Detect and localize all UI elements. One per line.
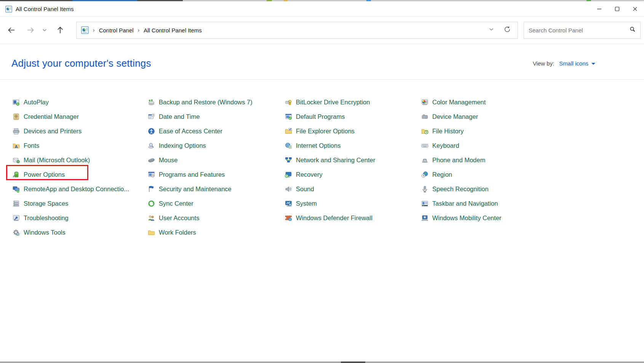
default-programs-icon xyxy=(285,113,292,120)
mail-icon xyxy=(13,157,20,164)
control-panel-item[interactable]: Sync Center xyxy=(148,196,285,211)
control-panel-item[interactable]: File Explorer Options xyxy=(285,124,421,138)
control-panel-item[interactable]: Color Management xyxy=(421,95,585,109)
mouse-icon xyxy=(148,157,155,164)
speech-recognition-icon xyxy=(421,185,428,193)
control-panel-item[interactable]: Devices and Printers xyxy=(13,124,148,138)
control-panel-item-label: Keyboard xyxy=(432,142,459,149)
control-panel-item-label: Power Options xyxy=(24,171,65,178)
address-bar[interactable]: › Control Panel › All Control Panel Item… xyxy=(76,22,518,39)
minimize-button[interactable] xyxy=(590,2,608,16)
breadcrumb-all-control-panel-items[interactable]: All Control Panel Items xyxy=(144,27,202,34)
user-accounts-icon xyxy=(148,214,155,222)
control-panel-item[interactable]: Backup and Restore (Windows 7) xyxy=(148,95,285,109)
credential-manager-icon xyxy=(13,113,20,120)
control-panel-item[interactable]: Region xyxy=(421,167,585,182)
control-panel-item[interactable]: Mail (Microsoft Outlook) xyxy=(13,153,148,167)
control-panel-item[interactable]: Sound xyxy=(285,182,421,196)
control-panel-icon xyxy=(81,26,89,34)
svg-text:A: A xyxy=(14,144,18,149)
control-panel-item[interactable]: Internet Options xyxy=(285,138,421,153)
fonts-icon: A xyxy=(13,142,20,149)
control-panel-item[interactable]: Indexing Options xyxy=(148,138,285,153)
search-icon[interactable] xyxy=(630,26,636,34)
control-panel-item[interactable]: Storage Spaces xyxy=(13,196,148,211)
control-panel-item[interactable]: RemoteApp and Desktop Connectio... xyxy=(13,182,148,196)
view-by-dropdown[interactable]: Small icons xyxy=(559,60,595,67)
forward-icon[interactable] xyxy=(27,26,34,34)
control-panel-item[interactable]: AFonts xyxy=(13,138,148,153)
control-panel-item[interactable]: Keyboard xyxy=(421,138,585,153)
indexing-options-icon xyxy=(148,142,155,149)
control-panel-item[interactable]: Taskbar and Navigation xyxy=(421,196,585,211)
control-panel-item[interactable]: Work Folders xyxy=(148,225,285,240)
control-panel-item[interactable]: Mouse xyxy=(148,153,285,167)
control-panel-item-label: Default Programs xyxy=(296,113,345,120)
control-panel-item[interactable]: Windows Tools xyxy=(13,225,148,240)
background-window-bottom-sliver xyxy=(0,361,644,363)
control-panel-item[interactable]: Windows Defender Firewall xyxy=(285,211,421,225)
window-title: All Control Panel Items xyxy=(16,6,74,12)
control-panel-item[interactable]: Device Manager xyxy=(421,109,585,124)
control-panel-item[interactable]: Troubleshooting xyxy=(13,211,148,225)
control-panel-item-label: Indexing Options xyxy=(159,142,206,149)
control-panel-item[interactable]: AutoPlay xyxy=(13,95,148,109)
control-panel-window: All Control Panel Items xyxy=(0,1,644,361)
view-by-label: View by: xyxy=(533,60,554,67)
control-panel-item-label: Region xyxy=(432,171,452,178)
control-panel-item[interactable]: Network and Sharing Center xyxy=(285,153,421,167)
header-bar: Adjust your computer's settings View by:… xyxy=(0,44,644,80)
back-icon[interactable] xyxy=(8,26,15,34)
navigation-bar: › Control Panel › All Control Panel Item… xyxy=(0,16,644,44)
page-title: Adjust your computer's settings xyxy=(11,58,151,69)
date-and-time-icon xyxy=(148,113,155,120)
troubleshooting-icon xyxy=(13,214,20,222)
keyboard-icon xyxy=(421,142,428,149)
control-panel-item-label: Recovery xyxy=(296,171,323,178)
close-button[interactable] xyxy=(626,2,644,16)
control-panel-item[interactable]: Power Options xyxy=(13,167,148,182)
control-panel-item[interactable]: File History xyxy=(421,124,585,138)
breadcrumb-control-panel[interactable]: Control Panel xyxy=(99,27,134,34)
control-panel-item[interactable]: Speech Recognition xyxy=(421,182,585,196)
up-icon[interactable] xyxy=(56,26,64,34)
control-panel-item[interactable]: Ease of Access Center xyxy=(148,124,285,138)
control-panel-item-label: Windows Defender Firewall xyxy=(296,214,372,222)
control-panel-item-label: Sync Center xyxy=(159,200,193,207)
refresh-icon[interactable] xyxy=(504,26,511,34)
control-panel-item-label: Credential Manager xyxy=(24,113,79,120)
control-panel-item-label: Phone and Modem xyxy=(432,157,485,164)
control-panel-item[interactable]: Programs and Features xyxy=(148,167,285,182)
firewall-icon xyxy=(285,214,292,222)
control-panel-item-label: Network and Sharing Center xyxy=(296,157,375,164)
control-panel-item[interactable]: Date and Time xyxy=(148,109,285,124)
search-input[interactable] xyxy=(529,27,630,34)
address-dropdown-icon[interactable] xyxy=(489,27,494,34)
control-panel-item[interactable]: Security and Maintenance xyxy=(148,182,285,196)
power-options-icon xyxy=(13,171,20,178)
ease-of-access-icon xyxy=(148,128,155,135)
control-panel-item[interactable]: User Accounts xyxy=(148,211,285,225)
control-panel-item[interactable]: Phone and Modem xyxy=(421,153,585,167)
control-panel-item[interactable]: Default Programs xyxy=(285,109,421,124)
programs-and-features-icon xyxy=(148,171,155,178)
device-manager-icon xyxy=(421,113,428,120)
maximize-button[interactable] xyxy=(608,2,626,16)
control-panel-item-label: AutoPlay xyxy=(24,99,49,106)
control-panel-item[interactable]: Credential Manager xyxy=(13,109,148,124)
control-panel-item[interactable]: BitLocker Drive Encryption xyxy=(285,95,421,109)
control-panel-item-label: Storage Spaces xyxy=(24,200,68,207)
control-panel-icon xyxy=(5,6,12,13)
recent-pages-chevron-icon[interactable] xyxy=(42,27,47,33)
control-panel-item-label: Taskbar and Navigation xyxy=(432,200,498,207)
breadcrumb-separator-icon: › xyxy=(93,27,95,33)
control-panel-item[interactable]: System xyxy=(285,196,421,211)
color-management-icon xyxy=(421,99,428,106)
control-panel-item[interactable]: Recovery xyxy=(285,167,421,182)
control-panel-item-label: Devices and Printers xyxy=(24,128,81,135)
sound-icon xyxy=(285,185,292,193)
control-panel-item[interactable]: Windows Mobility Center xyxy=(421,211,585,225)
phone-and-modem-icon xyxy=(421,157,428,164)
control-panel-item-label: Troubleshooting xyxy=(24,214,69,222)
search-box[interactable] xyxy=(524,22,641,39)
